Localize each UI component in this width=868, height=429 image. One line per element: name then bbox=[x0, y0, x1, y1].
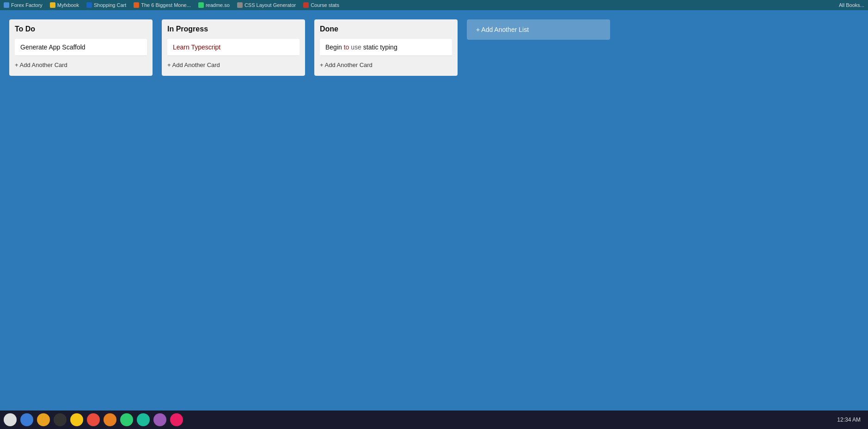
list-title-in-progress: In Progress bbox=[167, 25, 300, 33]
tab-forex-factory[interactable]: Forex Factory bbox=[4, 2, 43, 8]
add-card-button-todo[interactable]: + Add Another Card bbox=[15, 60, 147, 70]
tab-css-layout[interactable]: CSS Layout Generator bbox=[237, 2, 296, 8]
tab-favicon-css bbox=[237, 2, 243, 8]
taskbar-icon-app5[interactable] bbox=[137, 413, 150, 426]
tab-myfxbook[interactable]: Myfxbook bbox=[50, 2, 79, 8]
add-list-button[interactable]: + Add Another List bbox=[467, 19, 610, 40]
tab-label-forex: Forex Factory bbox=[11, 2, 43, 8]
tab-label-css: CSS Layout Generator bbox=[245, 2, 296, 8]
card-static-typing-text: Begin to use static typing bbox=[325, 43, 397, 51]
card-scaffold-text: Generate App Scaffold bbox=[20, 43, 86, 51]
tab-favicon-6biggest bbox=[134, 2, 139, 8]
tab-favicon-forex bbox=[4, 2, 9, 8]
taskbar-icon-files[interactable] bbox=[37, 413, 50, 426]
taskbar: 12:34 AM bbox=[0, 411, 868, 429]
tab-label-myfxbook: Myfxbook bbox=[57, 2, 79, 8]
taskbar-icon-app6[interactable] bbox=[153, 413, 166, 426]
taskbar-icon-terminal[interactable] bbox=[54, 413, 67, 426]
tab-label-6biggest: The 6 Biggest Mone... bbox=[141, 2, 191, 8]
tab-favicon-myfxbook bbox=[50, 2, 55, 8]
list-title-todo: To Do bbox=[15, 25, 147, 33]
add-card-button-done[interactable]: + Add Another Card bbox=[320, 60, 452, 70]
tab-label-course: Course stats bbox=[311, 2, 339, 8]
tab-6-biggest[interactable]: The 6 Biggest Mone... bbox=[134, 2, 191, 8]
list-in-progress: In Progress Learn Typescript + Add Anoth… bbox=[162, 19, 305, 76]
taskbar-icon-browser[interactable] bbox=[20, 413, 33, 426]
card-typescript-text: Learn Typescript bbox=[173, 43, 220, 51]
tab-favicon-course bbox=[303, 2, 309, 8]
list-done: Done Begin to use static typing + Add An… bbox=[314, 19, 458, 76]
tab-label-readme: readme.so bbox=[206, 2, 230, 8]
tab-bar-right: All Books... bbox=[839, 2, 864, 8]
taskbar-icon-search[interactable] bbox=[4, 413, 17, 426]
taskbar-icon-app2[interactable] bbox=[87, 413, 100, 426]
tab-favicon-readme bbox=[198, 2, 204, 8]
taskbar-icon-app3[interactable] bbox=[104, 413, 116, 426]
taskbar-icon-app4[interactable] bbox=[120, 413, 133, 426]
taskbar-time: 12:34 AM bbox=[837, 417, 864, 423]
tab-favicon-shopping bbox=[86, 2, 92, 8]
add-card-button-in-progress[interactable]: + Add Another Card bbox=[167, 60, 300, 70]
taskbar-icon-app7[interactable] bbox=[170, 413, 183, 426]
tab-course-stats[interactable]: Course stats bbox=[303, 2, 339, 8]
browser-tab-bar: Forex Factory Myfxbook Shopping Cart The… bbox=[0, 0, 868, 10]
all-books-label: All Books... bbox=[839, 2, 864, 8]
card-typescript[interactable]: Learn Typescript bbox=[167, 39, 300, 56]
list-todo: To Do Generate App Scaffold + Add Anothe… bbox=[9, 19, 153, 76]
tab-readme[interactable]: readme.so bbox=[198, 2, 230, 8]
card-static-typing[interactable]: Begin to use static typing bbox=[320, 39, 452, 56]
taskbar-app-icons bbox=[4, 413, 183, 426]
taskbar-icon-app1[interactable] bbox=[70, 413, 83, 426]
kanban-board: To Do Generate App Scaffold + Add Anothe… bbox=[0, 10, 868, 85]
tab-shopping-cart[interactable]: Shopping Cart bbox=[86, 2, 126, 8]
card-scaffold[interactable]: Generate App Scaffold bbox=[15, 39, 147, 56]
list-title-done: Done bbox=[320, 25, 452, 33]
tab-label-shopping: Shopping Cart bbox=[94, 2, 126, 8]
